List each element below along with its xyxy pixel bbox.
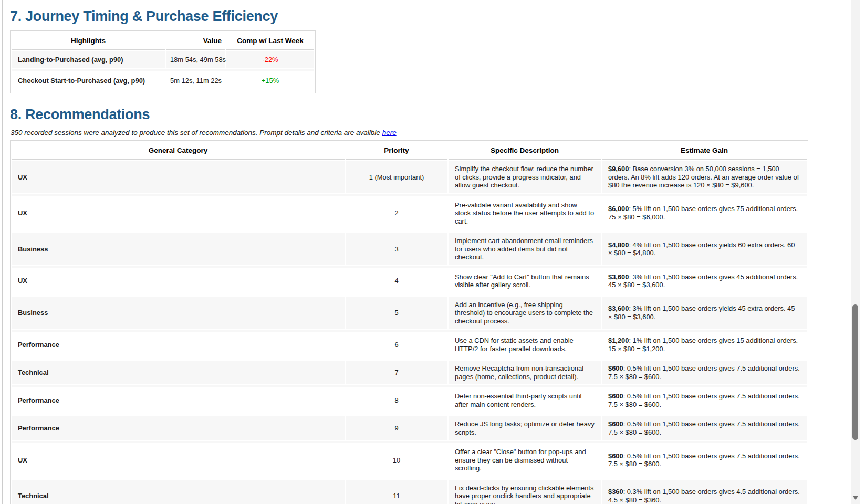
description-cell: Fix dead-clicks by ensuring clickable el… (449, 480, 601, 504)
category-cell: Business (12, 233, 345, 265)
gain-amount: $600 (608, 452, 623, 460)
description-cell: Show clear "Add to Cart" button that rem… (449, 269, 601, 293)
recommendation-row: Business 5 Add an incentive (e.g., free … (12, 297, 807, 329)
gain-cell: $600: 0.5% lift on 1,500 base orders giv… (602, 361, 807, 384)
recommendations-intro: 350 recorded sessions were analyzed to p… (11, 129, 849, 136)
section7-title: 7. Journey Timing & Purchase Efficiency (10, 8, 849, 25)
gain-detail: : 0.5% lift on 1,500 base orders gives 7… (608, 420, 800, 436)
gain-detail: : 3% lift on 1,500 base orders yields 45… (608, 304, 795, 321)
value-cell: 18m 54s, 49m 58s (166, 51, 225, 68)
priority-cell: 2 (346, 197, 447, 229)
recommendation-row: Performance 9 Reduce JS long tasks; opti… (12, 416, 807, 440)
row-spacer (12, 413, 807, 415)
gain-amount: $3,600 (608, 304, 629, 312)
gain-detail: : Base conversion 3% on 50,000 sessions … (608, 165, 799, 189)
recommendation-row: UX 2 Pre-validate variant availability a… (12, 197, 807, 229)
gain-detail: : 4% lift on 1,500 base orders yields 60… (608, 241, 795, 257)
priority-cell: 9 (346, 416, 447, 440)
gain-cell: $600: 0.5% lift on 1,500 base orders giv… (602, 444, 807, 476)
row-spacer (12, 358, 807, 360)
gain-cell: $600: 0.5% lift on 1,500 base orders giv… (602, 416, 807, 440)
gain-amount: $360 (608, 488, 623, 496)
row-spacer (12, 385, 807, 387)
category-cell: Technical (12, 361, 345, 384)
value-cell: 5m 12s, 11m 22s (166, 72, 225, 89)
category-cell: Technical (12, 480, 345, 504)
header-highlights: Highlights (12, 32, 165, 50)
row-spacer (12, 90, 314, 92)
category-cell: UX (12, 269, 345, 293)
journey-row: Checkout Start-to-Purchased (avg, p90) 5… (12, 72, 314, 89)
category-cell: UX (12, 197, 345, 229)
row-spacer (12, 230, 807, 232)
header-specific-description: Specific Description (449, 142, 601, 160)
scroll-down-icon[interactable] (853, 496, 858, 500)
description-cell: Implement cart abandonment email reminde… (449, 233, 601, 265)
highlight-cell: Checkout Start-to-Purchased (avg, p90) (12, 72, 165, 89)
gain-cell: $600: 0.5% lift on 1,500 base orders giv… (602, 388, 807, 412)
gain-cell: $3,600: 3% lift on 1,500 base orders giv… (602, 269, 807, 293)
highlight-cell: Landing-to-Purchased (avg, p90) (12, 51, 165, 68)
category-cell: Performance (12, 388, 345, 412)
gain-detail: : 0.5% lift on 1,500 base orders gives 7… (608, 392, 800, 408)
header-general-category: General Category (12, 142, 345, 160)
priority-cell: 11 (346, 480, 447, 504)
gain-cell: $3,600: 3% lift on 1,500 base orders yie… (602, 297, 807, 329)
gain-detail: : 5% lift on 1,500 base orders gives 75 … (608, 205, 798, 221)
priority-cell: 1 (Most important) (346, 161, 447, 193)
gain-detail: : 1% lift on 1,500 base orders gives 15 … (608, 337, 798, 353)
priority-cell: 7 (346, 361, 447, 384)
priority-cell: 5 (346, 297, 447, 329)
description-cell: Offer a clear "Close" button for pop-ups… (449, 444, 601, 476)
recommendation-row: Technical 11 Fix dead-clicks by ensuring… (12, 480, 807, 504)
row-spacer (12, 294, 807, 296)
recommendations-table: General Category Priority Specific Descr… (10, 140, 808, 504)
row-spacer (12, 477, 807, 479)
journey-row: Landing-to-Purchased (avg, p90) 18m 54s,… (12, 51, 314, 68)
row-spacer (12, 441, 807, 443)
category-cell: Business (12, 297, 345, 329)
gain-amount: $1,200 (608, 337, 629, 344)
gain-detail: : 0.5% lift on 1,500 base orders gives 7… (608, 364, 800, 381)
journey-table-header-row: Highlights Value Comp w/ Last Week (12, 32, 314, 50)
row-spacer (12, 194, 807, 196)
report-viewport: 7. Journey Timing & Purchase Efficiency … (0, 0, 865, 504)
description-cell: Simplify the checkout flow: reduce the n… (449, 161, 601, 193)
intro-here-link[interactable]: here (382, 129, 397, 136)
gain-amount: $4,800 (608, 241, 629, 249)
gain-amount: $600 (608, 392, 623, 400)
description-cell: Pre-validate variant availability and sh… (449, 197, 601, 229)
description-cell: Remove Recaptcha from non-transactional … (449, 361, 601, 384)
gain-cell: $9,600: Base conversion 3% on 50,000 ses… (602, 161, 807, 193)
gain-amount: $9,600 (608, 165, 629, 173)
recommendation-row: UX 10 Offer a clear "Close" button for p… (12, 444, 807, 476)
vertical-scrollbar[interactable] (851, 0, 860, 504)
category-cell: UX (12, 444, 345, 476)
category-cell: Performance (12, 416, 345, 440)
gain-detail: : 0.5% lift on 1,500 base orders gives 7… (608, 452, 800, 468)
gain-cell: $6,000: 5% lift on 1,500 base orders giv… (602, 197, 807, 229)
gain-cell: $4,800: 4% lift on 1,500 base orders yie… (602, 233, 807, 265)
category-cell: Performance (12, 333, 345, 356)
gain-cell: $360: 0.3% lift on 1,500 base orders giv… (602, 480, 807, 504)
recommendation-row: Performance 8 Defer non-essential third-… (12, 388, 807, 412)
description-cell: Reduce JS long tasks; optimize or defer … (449, 416, 601, 440)
recommendation-row: Business 3 Implement cart abandonment em… (12, 233, 807, 265)
priority-cell: 4 (346, 269, 447, 293)
row-spacer (12, 330, 807, 332)
priority-cell: 10 (346, 444, 447, 476)
description-cell: Defer non-essential third-party scripts … (449, 388, 601, 412)
comp-cell: +15% (226, 72, 314, 89)
comp-cell: -22% (226, 51, 314, 68)
scrollbar-thumb[interactable] (852, 304, 858, 440)
gain-cell: $1,200: 1% lift on 1,500 base orders giv… (602, 333, 807, 356)
priority-cell: 6 (346, 333, 447, 356)
header-value: Value (166, 32, 225, 50)
gain-amount: $600 (608, 420, 623, 428)
header-priority: Priority (346, 142, 447, 160)
intro-text: 350 recorded sessions were analyzed to p… (11, 129, 382, 136)
gain-detail: : 3% lift on 1,500 base orders gives 45 … (608, 273, 798, 289)
gain-amount: $6,000 (608, 205, 629, 213)
recommendation-row: Performance 6 Use a CDN for static asset… (12, 333, 807, 356)
header-estimate-gain: Estimate Gain (602, 142, 807, 160)
